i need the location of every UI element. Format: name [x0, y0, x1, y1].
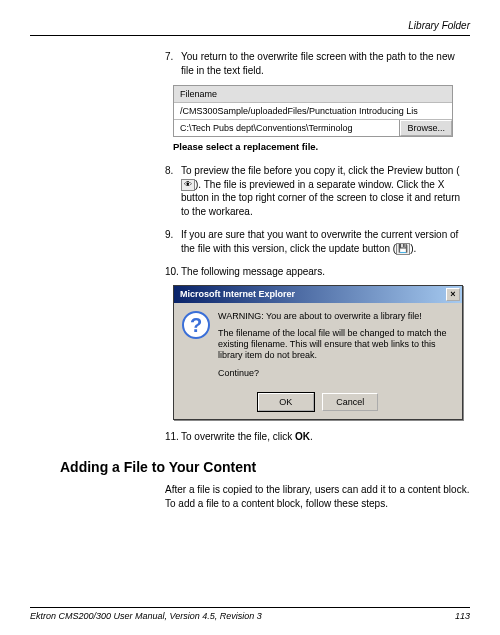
step-text: The following message appears. — [181, 266, 325, 277]
step-text: You return to the overwrite file screen … — [181, 51, 455, 76]
dialog-line1: WARNING: You are about to overwrite a li… — [218, 311, 454, 322]
step-text-a: To preview the file before you copy it, … — [181, 165, 459, 176]
step-number: 10. — [165, 265, 179, 279]
dialog-line2: The filename of the local file will be c… — [218, 328, 454, 362]
step-10: 10. The following message appears. Micro… — [165, 265, 470, 420]
step-text-b: ). The file is previewed in a separate w… — [181, 179, 460, 217]
section-heading: Adding a File to Your Content — [60, 459, 470, 475]
page-footer: Ektron CMS200/300 User Manual, Version 4… — [30, 607, 470, 621]
step-text-b: ). — [410, 243, 416, 254]
dialog-close-button[interactable]: × — [446, 288, 460, 301]
browse-button[interactable]: Browse... — [400, 120, 452, 136]
update-icon: 💾 — [396, 243, 410, 255]
footer-rule — [30, 607, 470, 608]
dialog-title: Microsoft Internet Explorer — [180, 288, 295, 300]
footer-left: Ektron CMS200/300 User Manual, Version 4… — [30, 611, 262, 621]
filename-path-readonly: /CMS300Sample/uploadedFiles/Punctuation … — [174, 103, 452, 120]
page-number: 113 — [455, 611, 470, 621]
step-number: 7. — [165, 50, 173, 64]
filename-panel: Filename /CMS300Sample/uploadedFiles/Pun… — [173, 85, 453, 137]
step-number: 8. — [165, 164, 173, 178]
select-replacement-label: Please select a replacement file. — [173, 141, 470, 154]
filename-input[interactable]: C:\Tech Pubs dept\Conventions\Terminolog — [174, 120, 400, 136]
step-number: 9. — [165, 228, 173, 242]
step-9: 9. If you are sure that you want to over… — [165, 228, 470, 255]
filename-header: Filename — [174, 86, 452, 103]
ok-text: OK — [295, 431, 310, 442]
step-number: 11. — [165, 430, 179, 444]
step-text-a: To overwrite the file, click — [181, 431, 295, 442]
ie-dialog: Microsoft Internet Explorer × ? WARNING:… — [173, 285, 463, 420]
preview-icon: 👁 — [181, 179, 195, 191]
section-paragraph: After a file is copied to the library, u… — [30, 483, 470, 511]
ok-button[interactable]: OK — [258, 393, 314, 411]
step-text-a: If you are sure that you want to overwri… — [181, 229, 458, 254]
step-7: 7. You return to the overwrite file scre… — [165, 50, 470, 154]
step-11: 11. To overwrite the file, click OK. — [165, 430, 470, 444]
step-text-b: . — [310, 431, 313, 442]
cancel-button[interactable]: Cancel — [322, 393, 378, 411]
header-rule — [30, 35, 470, 36]
step-8: 8. To preview the file before you copy i… — [165, 164, 470, 218]
dialog-line3: Continue? — [218, 368, 454, 379]
dialog-titlebar: Microsoft Internet Explorer × — [174, 286, 462, 303]
running-header: Library Folder — [30, 20, 470, 31]
dialog-message: WARNING: You are about to overwrite a li… — [218, 311, 454, 385]
question-icon: ? — [182, 311, 210, 339]
